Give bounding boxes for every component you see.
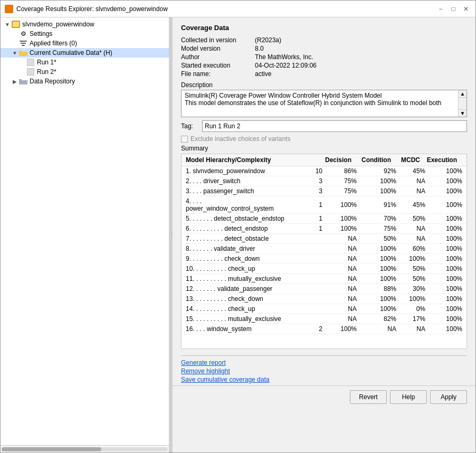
row-name: 13. . . . . . . . . . check_down: [186, 295, 288, 303]
row-execution: 100%: [425, 255, 462, 262]
toggle-cumulative[interactable]: ▼: [11, 50, 18, 56]
col-mcdc-header: MCDC: [391, 156, 420, 164]
row-complexity: 10: [296, 167, 322, 175]
exclude-checkbox[interactable]: [181, 136, 188, 143]
left-scrollbar[interactable]: [1, 445, 169, 452]
row-decision: 86%: [322, 167, 357, 175]
tag-input[interactable]: [202, 120, 467, 132]
svg-rect-6: [27, 68, 34, 76]
repo-folder-icon: [18, 78, 28, 85]
revert-button[interactable]: Revert: [350, 390, 387, 404]
table-row[interactable]: 2. . . . driver_switch 3 75% 100% NA 100…: [182, 176, 467, 186]
actions-row: Generate report Remove highlight Save cu…: [173, 349, 475, 385]
table-row[interactable]: 5. . . . . . . detect_obstacle_endstop 1…: [182, 214, 467, 224]
row-decision: NA: [322, 315, 357, 323]
table-row[interactable]: 3. . . . passenger_switch 3 75% 100% NA …: [182, 186, 467, 196]
row-decision: 75%: [322, 187, 357, 195]
row-condition: 100%: [357, 305, 396, 313]
help-button[interactable]: Help: [390, 390, 427, 404]
tree: ▼ slvnvdemo_powerwindow ⚙ Settings: [1, 17, 169, 445]
summary-group: Summary Model Hierarchy/Complexity Decis…: [181, 145, 467, 349]
minimize-button[interactable]: −: [435, 4, 446, 14]
tree-item-repo-label: Data Repository: [30, 78, 75, 85]
toggle-root[interactable]: ▼: [4, 22, 11, 27]
filter-icon: [18, 40, 28, 47]
toggle-repo[interactable]: ▶: [11, 79, 18, 84]
description-scroll-track: [459, 98, 467, 109]
exclude-row: Exclude inactive choices of variants: [181, 135, 467, 143]
row-execution: 100%: [425, 235, 462, 242]
main-window: Coverage Results Explorer: slvnvdemo_pow…: [0, 0, 476, 453]
row-decision: 75%: [322, 177, 357, 185]
tree-item-repo[interactable]: ▶ Data Repository: [1, 77, 169, 86]
row-name: 15. . . . . . . . . . mutually_exclusive: [186, 315, 288, 323]
table-row[interactable]: 4. . . . power_window_control_system 1 1…: [182, 196, 467, 214]
table-row[interactable]: 6. . . . . . . . . . detect_endstop 1 10…: [182, 224, 467, 234]
h-scrollbar-track[interactable]: [2, 447, 168, 451]
svg-rect-1: [13, 22, 19, 27]
row-mcdc: 60%: [396, 245, 425, 252]
row-mcdc: NA: [396, 187, 425, 195]
table-row[interactable]: 9. . . . . . . . . . check_down NA 100% …: [182, 254, 467, 264]
file-name-label: File name:: [181, 70, 255, 78]
row-mcdc: 45%: [396, 167, 425, 175]
row-mcdc: 50%: [396, 265, 425, 272]
tree-item-root[interactable]: ▼ slvnvdemo_powerwindow: [1, 20, 169, 29]
summary-rows[interactable]: 1. slvnvdemo_powerwindow 10 86% 92% 45% …: [182, 166, 467, 348]
row-condition: 100%: [357, 245, 396, 252]
save-cumulative-button[interactable]: Save cumulative coverage data: [181, 376, 467, 383]
description-scroll-up-button[interactable]: ▲: [459, 90, 467, 98]
row-mcdc: 45%: [396, 201, 425, 209]
toggle-settings: [11, 31, 18, 37]
row-execution: 100%: [425, 187, 462, 195]
description-line2: This model demonstrates the use of State…: [185, 99, 463, 107]
table-row[interactable]: 12. . . . . . . validate_passenger NA 88…: [182, 284, 467, 294]
summary-table-title-row: Model Hierarchy/Complexity Decision Cond…: [182, 154, 467, 166]
author-label: Author: [181, 53, 255, 61]
row-condition: 100%: [357, 187, 396, 195]
col-model-header: Model Hierarchy/Complexity: [186, 156, 317, 164]
model-version-row: Model version 8.0: [181, 44, 467, 53]
tree-item-run1-label: Run 1*: [37, 59, 56, 66]
row-execution: 100%: [425, 325, 462, 333]
started-execution-label: Started execution: [181, 61, 255, 70]
row-name: 3. . . . passenger_switch: [186, 187, 288, 195]
tree-item-run1[interactable]: Run 1*: [1, 58, 169, 67]
col-execution-header: Execution: [420, 156, 457, 164]
row-decision: NA: [322, 255, 357, 262]
row-complexity: 1: [296, 225, 322, 232]
remove-highlight-button[interactable]: Remove highlight: [181, 367, 467, 375]
table-row[interactable]: 8. . . . . . . validate_driver NA 100% 6…: [182, 244, 467, 254]
table-row[interactable]: 16. . . . window_system 2 100% NA NA 100…: [182, 324, 467, 334]
tree-item-settings-label: Settings: [30, 30, 52, 37]
table-row[interactable]: 7. . . . . . . . . . detect_obstacle NA …: [182, 234, 467, 244]
coverage-data-title: Coverage Data: [181, 24, 467, 32]
tree-item-filters[interactable]: Applied filters (0): [1, 39, 169, 48]
tree-item-root-label: slvnvdemo_powerwindow: [22, 21, 94, 28]
row-execution: 100%: [425, 295, 462, 303]
row-decision: 100%: [322, 225, 357, 232]
row-name: 14. . . . . . . . . . check_up: [186, 305, 288, 313]
row-execution: 100%: [425, 285, 462, 292]
maximize-button[interactable]: □: [448, 4, 459, 14]
main-content: ▼ slvnvdemo_powerwindow ⚙ Settings: [1, 17, 475, 452]
row-decision: 100%: [322, 325, 357, 333]
collected-version-value: (R2023a): [255, 36, 467, 44]
description-scroll-down-button[interactable]: ▼: [459, 109, 467, 117]
table-row[interactable]: 11. . . . . . . . . . mutually_exclusive…: [182, 274, 467, 284]
summary-label: Summary: [181, 145, 467, 152]
h-scrollbar-thumb[interactable]: [2, 447, 101, 451]
tree-item-cumulative[interactable]: ▼ Current Cumulative Data* (H): [1, 48, 169, 58]
row-mcdc: NA: [396, 225, 425, 232]
tree-item-settings[interactable]: ⚙ Settings: [1, 29, 169, 39]
table-row[interactable]: 13. . . . . . . . . . check_down NA 100%…: [182, 294, 467, 304]
table-row[interactable]: 15. . . . . . . . . . mutually_exclusive…: [182, 314, 467, 324]
tree-item-run2[interactable]: Run 2*: [1, 67, 169, 77]
apply-button[interactable]: Apply: [430, 390, 467, 404]
coverage-data-section: Coverage Data Collected in version (R202…: [173, 17, 475, 349]
table-row[interactable]: 10. . . . . . . . . . check_up NA 100% 5…: [182, 264, 467, 274]
table-row[interactable]: 14. . . . . . . . . . check_up NA 100% 0…: [182, 304, 467, 314]
table-row[interactable]: 1. slvnvdemo_powerwindow 10 86% 92% 45% …: [182, 166, 467, 176]
close-button[interactable]: ✕: [461, 4, 471, 14]
generate-report-button[interactable]: Generate report: [181, 359, 467, 366]
